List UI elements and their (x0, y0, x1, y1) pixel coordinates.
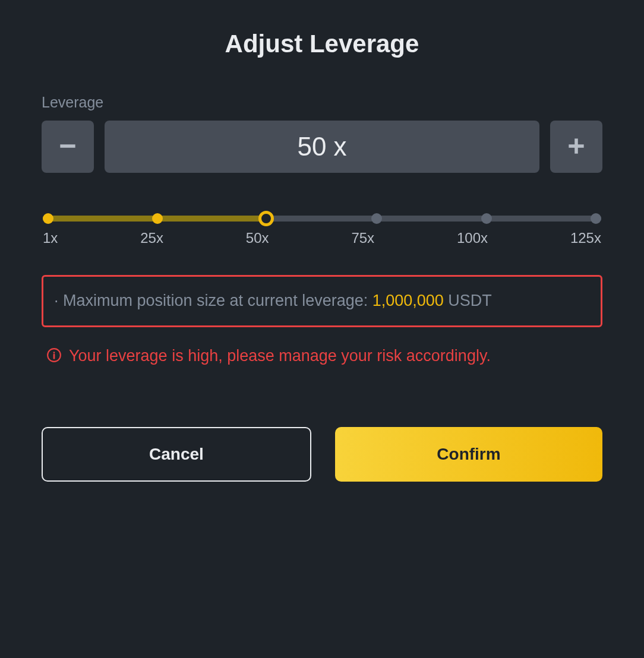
confirm-button[interactable]: Confirm (335, 427, 602, 482)
info-circle-icon (46, 347, 62, 365)
max-position-info: · Maximum position size at current lever… (42, 275, 602, 327)
plus-icon (565, 135, 588, 159)
slider-tick (591, 213, 601, 224)
leverage-label: Leverage (42, 94, 602, 111)
slider-thumb[interactable] (258, 211, 274, 226)
decrease-button[interactable] (42, 121, 94, 173)
info-prefix: · Maximum position size at current lever… (54, 292, 372, 309)
leverage-stepper: 50 x (42, 121, 602, 173)
slider-label: 50x (246, 230, 269, 246)
cancel-button[interactable]: Cancel (42, 427, 311, 482)
info-suffix: USDT (444, 292, 492, 309)
minus-icon (56, 135, 79, 159)
slider-label: 1x (43, 230, 58, 246)
increase-button[interactable] (550, 121, 602, 173)
slider-tick (371, 213, 382, 224)
max-position-text: · Maximum position size at current lever… (54, 292, 492, 309)
leverage-value-display[interactable]: 50 x (105, 121, 539, 173)
slider-tick (43, 213, 53, 224)
dialog-title: Adjust Leverage (42, 30, 602, 58)
slider-label: 25x (140, 230, 163, 246)
warning-text: Your leverage is high, please manage you… (69, 345, 491, 368)
slider-label: 75x (351, 230, 374, 246)
slider-dots (43, 213, 601, 224)
info-value: 1,000,000 (372, 292, 444, 309)
slider-labels: 1x 25x 50x 75x 100x 125x (43, 230, 601, 246)
slider-label: 125x (570, 230, 601, 246)
risk-warning: Your leverage is high, please manage you… (42, 345, 602, 368)
slider-tick (481, 213, 492, 224)
slider-label: 100x (457, 230, 488, 246)
leverage-slider[interactable]: 1x 25x 50x 75x 100x 125x (42, 208, 602, 246)
slider-tick (152, 213, 163, 224)
action-buttons: Cancel Confirm (42, 427, 602, 482)
